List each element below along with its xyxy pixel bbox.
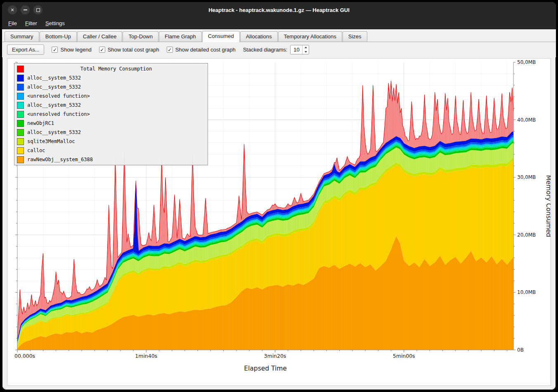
- menubar: FileFilterSettings: [2, 18, 556, 29]
- checkbox-label: Show detailed cost graph: [175, 47, 236, 53]
- x-tick-label: 5min00s: [393, 353, 415, 359]
- legend-swatch: [17, 111, 24, 118]
- minimize-button[interactable]: [21, 5, 30, 14]
- app-window: × Heaptrack - heaptrack.wakunode.1.gz — …: [2, 2, 556, 390]
- menu-settings[interactable]: Settings: [42, 19, 69, 28]
- close-button[interactable]: ×: [8, 5, 17, 14]
- legend-swatch: [17, 75, 24, 82]
- tab-allocations[interactable]: Allocations: [240, 31, 278, 42]
- tab-caller-callee[interactable]: Caller / Callee: [77, 31, 123, 42]
- y-tick-label: 50,0MB: [517, 59, 536, 65]
- checkbox-group: ✓Show legend✓Show total cost graph✓Show …: [52, 47, 235, 53]
- tab-consumed[interactable]: Consumed: [202, 31, 240, 42]
- legend-item: alloc__system_5332: [14, 101, 208, 110]
- stacked-diagrams-control: Stacked diagrams: 10: [243, 45, 310, 54]
- legend-label: alloc__system_5332: [27, 129, 81, 135]
- chart-legend: Total Memory Consumptionalloc__system_53…: [14, 63, 208, 165]
- stacked-diagrams-spinner[interactable]: 10: [290, 45, 309, 54]
- stacked-diagrams-value: 10: [291, 45, 302, 54]
- x-tick-label: 00.000s: [14, 353, 35, 359]
- checkbox-show-total-cost-graph[interactable]: ✓Show total cost graph: [99, 47, 159, 53]
- tab-bottom-up[interactable]: Bottom-Up: [40, 31, 77, 42]
- tab-sizes[interactable]: Sizes: [343, 31, 367, 42]
- maximize-icon: [36, 8, 40, 12]
- y-tick-label: 0B: [517, 347, 524, 353]
- y-tick-label: 40,0MB: [517, 117, 536, 123]
- tab-top-down[interactable]: Top-Down: [123, 31, 158, 42]
- checkbox-box: ✓: [52, 47, 58, 53]
- checkbox-show-legend[interactable]: ✓Show legend: [52, 47, 91, 53]
- legend-label: <unresolved function>: [27, 93, 90, 99]
- legend-item: rawNewObj__system_6388: [14, 155, 208, 164]
- down-arrow-icon: [305, 51, 307, 53]
- y-tick-label: 20,0MB: [517, 232, 536, 238]
- legend-item: alloc__system_5332: [14, 128, 208, 137]
- spinner-arrows: [302, 45, 309, 54]
- legend-swatch: [17, 156, 24, 163]
- checkbox-label: Show legend: [60, 47, 91, 53]
- legend-item: alloc__system_5332: [14, 73, 208, 82]
- legend-item: calloc: [14, 146, 208, 155]
- y-tick-label: 10,0MB: [517, 289, 536, 295]
- legend-swatch: [17, 120, 24, 127]
- checkbox-label: Show total cost graph: [108, 47, 159, 53]
- menu-file[interactable]: File: [5, 19, 21, 28]
- legend-label: sqlite3MemMalloc: [27, 138, 75, 144]
- stacked-diagrams-label: Stacked diagrams:: [243, 47, 288, 53]
- legend-swatch: [17, 102, 24, 109]
- up-arrow-icon: [305, 47, 307, 48]
- titlebar: × Heaptrack - heaptrack.wakunode.1.gz — …: [2, 2, 556, 18]
- spinner-down-button[interactable]: [303, 50, 309, 54]
- legend-swatch: [17, 93, 24, 100]
- legend-item: newObjRC1: [14, 119, 208, 128]
- window-title: Heaptrack - heaptrack.wakunode.1.gz — He…: [208, 7, 350, 13]
- checkbox-show-detailed-cost-graph[interactable]: ✓Show detailed cost graph: [167, 47, 236, 53]
- legend-label: alloc__system_5332: [27, 84, 81, 90]
- tab-summary[interactable]: Summary: [5, 31, 39, 42]
- chart-panel: 0B10,0MB20,0MB30,0MB40,0MB50,0MB00.000s1…: [7, 58, 551, 386]
- legend-label: alloc__system_5332: [27, 102, 81, 108]
- x-tick-label: 1min40s: [135, 353, 157, 359]
- legend-swatch: [17, 147, 24, 154]
- legend-title-swatch: [17, 66, 24, 73]
- tab-bar: SummaryBottom-UpCaller / CalleeTop-DownF…: [2, 29, 556, 42]
- checkbox-box: ✓: [167, 47, 173, 53]
- minimize-icon: [24, 9, 27, 10]
- menu-filter[interactable]: Filter: [21, 19, 41, 28]
- x-tick-label: 3min20s: [264, 353, 286, 359]
- x-axis-title: Elapsed Time: [244, 365, 287, 372]
- toolbar: Export As... ✓Show legend✓Show total cos…: [2, 42, 556, 57]
- y-tick-label: 30,0MB: [517, 174, 536, 180]
- tab-flame-graph[interactable]: Flame Graph: [159, 31, 202, 42]
- legend-label: calloc: [27, 148, 45, 153]
- spinner-up-button[interactable]: [303, 45, 309, 50]
- legend-label: newObjRC1: [27, 120, 54, 126]
- legend-title-row: Total Memory Consumption: [14, 64, 208, 73]
- legend-label: rawNewObj__system_6388: [27, 157, 93, 162]
- legend-swatch: [17, 138, 24, 145]
- legend-label: <unresolved function>: [27, 111, 90, 117]
- legend-item: <unresolved function>: [14, 110, 208, 119]
- y-axis-title: Memory Consumed: [545, 175, 551, 237]
- export-as-button[interactable]: Export As...: [7, 45, 44, 55]
- legend-title: Total Memory Consumption: [27, 66, 205, 72]
- legend-item: <unresolved function>: [14, 92, 208, 101]
- window-controls: ×: [8, 2, 43, 18]
- legend-swatch: [17, 129, 24, 136]
- maximize-button[interactable]: [33, 5, 43, 14]
- checkbox-box: ✓: [99, 47, 105, 53]
- tab-temporary-allocations[interactable]: Temporary Allocations: [278, 31, 342, 42]
- legend-label: alloc__system_5332: [27, 75, 81, 81]
- legend-item: alloc__system_5332: [14, 82, 208, 92]
- legend-swatch: [17, 84, 24, 91]
- legend-item: sqlite3MemMalloc: [14, 137, 208, 146]
